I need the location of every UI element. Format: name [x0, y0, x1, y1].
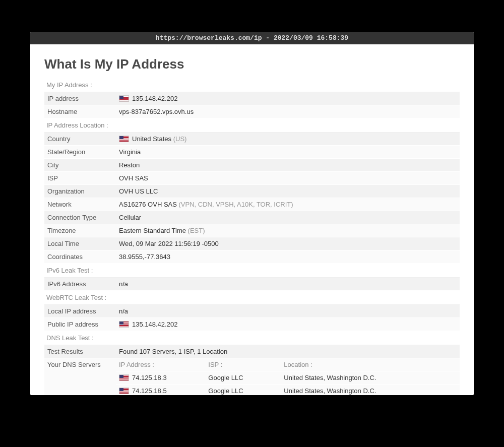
info-value: OVH US LLC [116, 185, 460, 198]
info-value-text: Eastern Standard Time [119, 227, 186, 234]
dns-col-location: Location : [281, 358, 460, 371]
info-value-text: 38.9555,-77.3643 [119, 253, 170, 261]
info-row: CityReston [44, 159, 460, 172]
info-row: Local IP addressn/a [44, 305, 460, 318]
info-label: Coordinates [44, 250, 116, 264]
info-label: Local Time [44, 237, 116, 250]
info-row: Local TimeWed, 09 Mar 2022 11:56:19 -050… [44, 237, 460, 250]
info-value-text: 135.148.42.202 [132, 95, 177, 102]
dns-servers-label: Your DNS Servers [44, 358, 116, 396]
info-row: Coordinates38.9555,-77.3643 [44, 250, 460, 264]
info-label: Timezone [44, 224, 116, 237]
info-label: State/Region [44, 146, 116, 159]
info-value-text: n/a [119, 280, 128, 288]
us-flag-icon [119, 321, 129, 328]
info-value: 135.148.42.202 [116, 92, 460, 105]
info-row: NetworkAS16276 OVH SAS (VPN, CDN, VPSH, … [44, 198, 460, 211]
my-ip-table: IP address135.148.42.202Hostnamevps-837a… [44, 92, 460, 118]
info-value: Virginia [116, 146, 460, 159]
info-value-text: n/a [119, 307, 128, 315]
info-value-text: AS16276 OVH SAS [119, 201, 177, 208]
us-flag-icon [119, 374, 129, 381]
info-label: Connection Type [44, 211, 116, 224]
info-row: Connection TypeCellular [44, 211, 460, 224]
info-value-muted: (VPN, CDN, VPSH, A10K, TOR, ICRIT) [177, 201, 293, 208]
info-label: IP address [44, 92, 116, 105]
info-value: United States (US) [116, 133, 460, 146]
info-value: Eastern Standard Time (EST) [116, 224, 460, 237]
info-value-muted: (EST) [186, 227, 205, 234]
info-value: n/a [116, 305, 460, 318]
us-flag-icon [119, 136, 129, 142]
dns-test-results-label: Test Results [44, 345, 116, 358]
dns-servers-table: IP Address : ISP : Location : 74.125.18.… [116, 358, 460, 395]
page-title: What Is My IP Address [44, 56, 460, 72]
info-label: Local IP address [44, 305, 116, 318]
info-value-text: Wed, 09 Mar 2022 11:56:19 -0500 [119, 240, 219, 247]
info-value: AS16276 OVH SAS (VPN, CDN, VPSH, A10K, T… [116, 198, 460, 211]
info-row: ISPOVH SAS [44, 172, 460, 185]
section-heading-webrtc: WebRTC Leak Test : [44, 291, 460, 305]
info-row: IP address135.148.42.202 [44, 92, 460, 105]
dns-server-ip-text: 74.125.18.3 [132, 374, 167, 381]
page-content: What Is My IP Address My IP Address : IP… [30, 44, 474, 395]
info-label: Organization [44, 185, 116, 198]
dns-server-ip-text: 74.125.18.5 [132, 387, 167, 395]
info-value-text: OVH SAS [119, 174, 148, 182]
info-label: City [44, 159, 116, 172]
section-heading-my-ip: My IP Address : [44, 78, 460, 92]
info-row: State/RegionVirginia [44, 146, 460, 159]
app-window: https://browserleaks.com/ip - 2022/03/09… [30, 32, 474, 395]
info-value-text: United States [132, 135, 171, 143]
ipv6-table: IPv6 Addressn/a [44, 278, 460, 291]
info-value-text: Reston [119, 161, 140, 169]
info-value: OVH SAS [116, 172, 460, 185]
dns-table: Test Results Found 107 Servers, 1 ISP, 1… [44, 345, 460, 395]
dns-server-isp: Google LLC [205, 385, 281, 396]
info-value: vps-837a7652.vps.ovh.us [116, 105, 460, 118]
info-value-text: vps-837a7652.vps.ovh.us [119, 108, 194, 115]
info-value-text: OVH US LLC [119, 187, 158, 195]
info-value: 135.148.42.202 [116, 318, 460, 331]
info-label: Hostname [44, 105, 116, 118]
info-value: Reston [116, 159, 460, 172]
location-table: CountryUnited States (US)State/RegionVir… [44, 133, 460, 264]
dns-server-location: United States, Washington D.C. [281, 371, 460, 385]
dns-server-ip: 74.125.18.3 [116, 371, 205, 385]
section-heading-ipv6: IPv6 Leak Test : [44, 264, 460, 278]
dns-server-row: 74.125.18.5Google LLCUnited States, Wash… [116, 385, 460, 396]
webrtc-table: Local IP addressn/aPublic IP address135.… [44, 305, 460, 331]
info-row: TimezoneEastern Standard Time (EST) [44, 224, 460, 237]
us-flag-icon [119, 95, 129, 102]
dns-server-ip: 74.125.18.5 [116, 385, 205, 396]
info-row: OrganizationOVH US LLC [44, 185, 460, 198]
us-flag-icon [119, 388, 129, 394]
dns-col-ip: IP Address : [116, 358, 205, 371]
info-row: Public IP address135.148.42.202 [44, 318, 460, 331]
info-value-text: Virginia [119, 148, 141, 156]
info-label: IPv6 Address [44, 278, 116, 291]
info-value-muted: (US) [171, 135, 186, 143]
info-row: Hostnamevps-837a7652.vps.ovh.us [44, 105, 460, 118]
dns-col-isp: ISP : [205, 358, 281, 371]
section-heading-dns: DNS Leak Test : [44, 331, 460, 345]
info-value: 38.9555,-77.3643 [116, 250, 460, 264]
info-label: Country [44, 133, 116, 146]
dns-test-results-value: Found 107 Servers, 1 ISP, 1 Location [116, 345, 460, 358]
info-label: Public IP address [44, 318, 116, 331]
info-value-text: Cellular [119, 214, 141, 221]
dns-server-location: United States, Washington D.C. [281, 385, 460, 396]
info-row: IPv6 Addressn/a [44, 278, 460, 291]
info-value-text: 135.148.42.202 [132, 321, 177, 328]
info-label: ISP [44, 172, 116, 185]
dns-servers-cell: IP Address : ISP : Location : 74.125.18.… [116, 358, 460, 396]
info-value: n/a [116, 278, 460, 291]
section-heading-location: IP Address Location : [44, 118, 460, 133]
info-row: CountryUnited States (US) [44, 133, 460, 146]
info-value: Cellular [116, 211, 460, 224]
window-titlebar: https://browserleaks.com/ip - 2022/03/09… [30, 32, 474, 44]
dns-server-row: 74.125.18.3Google LLCUnited States, Wash… [116, 371, 460, 385]
info-value: Wed, 09 Mar 2022 11:56:19 -0500 [116, 237, 460, 250]
info-label: Network [44, 198, 116, 211]
dns-server-isp: Google LLC [205, 371, 281, 385]
